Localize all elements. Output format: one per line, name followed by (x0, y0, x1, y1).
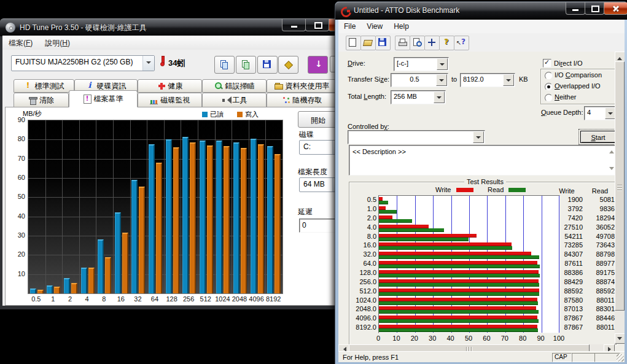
y-tick-label: 80 (9, 135, 25, 142)
scroll-right-button[interactable] (604, 344, 615, 351)
write-value: 54211 (555, 233, 583, 240)
chevron-down-icon[interactable] (473, 131, 484, 143)
x-tick-label: 8 (95, 295, 112, 303)
benchmark-chart-plot (28, 120, 283, 294)
read-legend-label: 已讀 (210, 110, 224, 119)
description-box[interactable]: << Description >> (349, 145, 617, 176)
tab-清除[interactable]: 清除 (14, 93, 69, 107)
delay-value: 0 (302, 221, 306, 230)
horizontal-scrollbar-thumb[interactable] (349, 344, 590, 351)
maximize-button[interactable] (585, 2, 604, 15)
write-bar (156, 163, 162, 293)
tab-檔案基準[interactable]: 檔案基準 (69, 90, 138, 107)
drive-select[interactable]: [-c-] (394, 57, 449, 71)
read-value: 88798 (586, 250, 615, 258)
write-bar (258, 144, 264, 293)
new-file-button[interactable] (346, 36, 361, 50)
x-tick-label: 8192 (265, 295, 282, 303)
radio-neither[interactable] (545, 94, 553, 102)
menu-item-file[interactable]: File (338, 20, 361, 31)
minimize-button[interactable] (566, 2, 585, 15)
write-value: 7420 (555, 214, 583, 222)
save-button[interactable] (257, 56, 278, 74)
vertical-scrollbar-thumb[interactable] (615, 61, 625, 311)
read-bar (98, 239, 104, 293)
tab-健康[interactable]: 健康 (138, 79, 202, 93)
minimize-button[interactable] (282, 19, 306, 31)
open-file-button[interactable] (360, 36, 376, 50)
read-bar (200, 141, 206, 293)
gridline (79, 120, 80, 293)
menu-item-help[interactable]: Help (388, 20, 415, 31)
scroll-up-icon[interactable] (609, 148, 614, 153)
tab-label: 標準測試 (35, 81, 64, 91)
tab-工具[interactable]: 工具 (202, 93, 267, 107)
help-button[interactable] (439, 36, 454, 50)
radio-i-o-comparison[interactable] (545, 72, 553, 80)
pan-button[interactable] (424, 36, 440, 50)
menu-item-view[interactable]: View (361, 20, 388, 31)
radio-label: Overlapped I/O (555, 82, 601, 90)
scroll-up-button[interactable] (615, 52, 625, 62)
copy-image-button[interactable] (236, 56, 256, 74)
file-length-label: 檔案長度 (298, 167, 327, 177)
download-button[interactable] (308, 56, 328, 74)
atto-menubar: FileViewHelp (338, 20, 625, 34)
maximize-button[interactable] (305, 19, 329, 31)
context-help-button[interactable] (454, 36, 469, 50)
resize-grip[interactable] (617, 354, 624, 362)
transfer-size-to-select[interactable]: 8192.0 (460, 73, 515, 87)
chevron-down-icon[interactable] (437, 58, 448, 70)
chevron-down-icon[interactable] (436, 74, 447, 86)
row-label: 16.0 (347, 241, 376, 249)
print-preview-button[interactable] (410, 36, 425, 50)
tab-錯誤掃瞄[interactable]: 錯誤掃瞄 (202, 79, 267, 93)
x-tick-label: 1 (45, 295, 62, 303)
chevron-down-icon[interactable] (503, 74, 514, 86)
x-tick-label: 40 (443, 335, 459, 342)
write-legend-label: Write (435, 186, 451, 193)
menu-item[interactable]: 檔案(F) (2, 36, 39, 48)
drive-select[interactable]: FUJITSU MJA2250BH G2 (250 GB) (11, 55, 155, 71)
read-value: 9836 (586, 205, 615, 212)
save-button[interactable] (375, 36, 391, 50)
scroll-left-button[interactable] (338, 344, 349, 351)
menu-item[interactable]: 說明(H) (39, 36, 76, 48)
x-tick-label: 16 (112, 295, 130, 303)
controlled-by-select[interactable] (348, 130, 485, 144)
open-folder-icon (364, 38, 372, 47)
transfer-size-from-select[interactable]: 0.5 (391, 73, 448, 87)
radio-overlapped-i-o[interactable] (545, 83, 553, 91)
tab-資料夾使用率[interactable]: 資料夾使用率 (267, 79, 337, 93)
total-length-value: 256 MB (394, 93, 433, 100)
vertical-scrollbar[interactable] (615, 52, 625, 344)
row-label: 128.0 (347, 269, 376, 276)
tab-標準測試[interactable]: 標準測試 (14, 79, 74, 93)
scroll-down-icon[interactable] (609, 167, 614, 172)
total-length-select[interactable]: 256 MB (391, 90, 446, 104)
chevron-down-icon[interactable] (142, 56, 154, 71)
direct-io-label: Direct I/O (554, 60, 582, 67)
scroll-down-button[interactable] (615, 333, 625, 344)
start-benchmark-button[interactable]: 開始 (298, 111, 338, 128)
close-button[interactable] (604, 2, 627, 15)
file-length-value: 64 MB (303, 180, 330, 188)
start-button[interactable]: Start (580, 131, 616, 143)
chevron-down-icon[interactable] (434, 91, 445, 103)
read-bar (47, 285, 53, 294)
gridline (147, 120, 147, 293)
delay-input[interactable]: 0 (299, 219, 336, 233)
options-button[interactable] (278, 56, 298, 74)
tab-磁碟監視[interactable]: 磁碟監視 (138, 93, 202, 107)
copy-text-button[interactable] (214, 56, 235, 74)
hdtune-toolbar: FUJITSU MJA2250BH G2 (250 GB) 34蚓 離開 (2, 50, 340, 77)
tab-label: 健康 (168, 81, 183, 91)
print-button[interactable] (395, 36, 410, 50)
tab-隨機存取[interactable]: 隨機存取 (267, 93, 337, 107)
queue-depth-select[interactable]: 4 (584, 106, 617, 120)
y-tick-label: 90 (9, 116, 25, 123)
direct-io-checkbox[interactable] (543, 59, 551, 68)
horizontal-scrollbar[interactable] (338, 344, 615, 351)
write-bar (173, 147, 179, 293)
save-icon (263, 60, 271, 68)
